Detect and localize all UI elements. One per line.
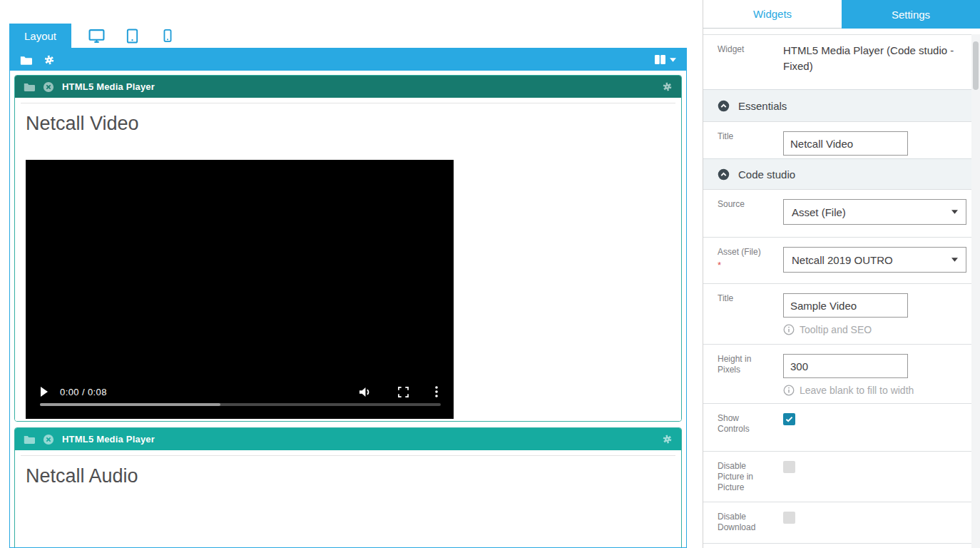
check-icon [785,416,793,422]
widget-folder-button[interactable] [24,435,35,444]
field-label: Asset (File) * [718,247,771,283]
field-label: Widget [718,44,771,89]
settings-scrollbar[interactable] [971,34,980,548]
settings-panel: Widgets Settings Widget HTML5 Media Play… [703,0,980,548]
tab-settings[interactable]: Settings [842,0,980,29]
section-title: Code studio [738,168,795,181]
source-select[interactable]: Asset (File) [783,199,966,225]
field-label: Height in Pixels [718,354,771,403]
more-vertical-icon [435,386,438,397]
widget-remove-button[interactable] [43,434,54,445]
video-controls: 0:00 / 0:08 [40,384,438,400]
caret-down-icon [951,258,958,262]
widget-settings-button[interactable] [662,81,673,92]
widget-body: Netcall Audio [15,455,681,548]
desktop-preview-button[interactable] [78,24,114,48]
selected-value: Netcall 2019 OUTRO [792,254,893,266]
play-button[interactable] [40,387,49,397]
gear-icon [662,81,673,92]
phone-icon [160,29,175,43]
folder-icon [24,435,35,444]
widget-remove-button[interactable] [43,81,54,93]
scrollbar-thumb[interactable] [973,41,979,90]
volume-button[interactable] [358,386,372,398]
info-icon [783,385,795,396]
required-asterisk: * [718,260,771,270]
gear-icon [44,54,55,66]
video-player[interactable]: 0:00 / 0:08 [26,160,454,419]
divider [21,103,675,103]
field-label: Show Controls [718,413,771,451]
section-essentials[interactable]: Essentials [703,89,980,121]
section-folder-button[interactable] [20,55,32,65]
field-label: Title [718,293,771,344]
seo-title-input[interactable] [783,293,908,318]
widget-settings-button[interactable] [662,434,673,445]
tab-layout[interactable]: Layout [9,24,71,48]
widget-panel-video: HTML5 Media Player Netcall Video 0:00 / … [14,75,682,422]
widget-body: Netcall Video 0:00 / 0:08 [15,103,681,422]
video-time: 0:00 / 0:08 [60,387,107,397]
height-row: Height in Pixels Leave blank to fill to … [703,344,980,403]
section-code-studio[interactable]: Code studio [703,158,980,189]
field-hint: Tooltip and SEO [783,324,908,335]
field-label: Source [718,199,771,237]
widget-header-title: HTML5 Media Player [62,434,155,445]
selected-value: Asset (File) [792,206,846,218]
tablet-preview-button[interactable] [114,24,150,48]
disable-download-checkbox[interactable] [783,512,795,524]
section-title: Essentials [738,100,787,112]
field-label: Disable Picture in Picture [718,461,771,502]
fullscreen-button[interactable] [398,387,409,397]
widget-header-title: HTML5 Media Player [62,81,155,92]
caret-down-icon [670,58,676,62]
widget-type-row: Widget HTML5 Media Player (Code studio -… [703,34,980,89]
collapse-chevron-icon [718,168,730,181]
gear-icon [662,434,673,445]
source-row: Source Asset (File) [703,189,980,237]
section-toolbar [10,49,686,71]
widget-header: HTML5 Media Player [15,76,681,98]
desktop-icon [88,29,105,44]
field-hint: Leave blank to fill to width [783,385,914,396]
columns-layout-icon [654,54,666,65]
settings-tabs: Widgets Settings [703,0,980,29]
divider [21,455,675,456]
info-icon [783,324,795,335]
show-controls-row: Show Controls [703,403,980,451]
layout-canvas: HTML5 Media Player Netcall Video 0:00 / … [9,48,687,548]
disable-download-row: Disable Download [703,502,980,544]
disable-pip-checkbox[interactable] [783,461,795,473]
widget-header: HTML5 Media Player [15,428,681,450]
disable-pip-row: Disable Picture in Picture [703,451,980,502]
field-label: Disable Download [718,512,771,543]
video-controls-right [358,386,438,398]
tablet-icon [125,29,140,44]
video-progress-bar[interactable] [40,403,441,406]
phone-preview-button[interactable] [150,24,185,48]
widget-type-value: HTML5 Media Player (Code studio - Fixed) [783,43,963,89]
asset-select[interactable]: Netcall 2019 OUTRO [783,247,966,273]
close-circle-icon [43,81,54,93]
video-buffered-bar [40,403,220,406]
title-input[interactable] [783,131,908,156]
close-circle-icon [43,434,54,445]
widget-folder-button[interactable] [24,82,35,91]
show-controls-checkbox[interactable] [783,413,795,425]
more-options-button[interactable] [435,386,438,397]
column-layout-dropdown[interactable] [654,54,676,65]
collapse-chevron-icon [718,100,730,112]
volume-icon [358,386,372,398]
folder-icon [24,82,35,91]
caret-down-icon [951,210,958,214]
tab-widgets[interactable]: Widgets [703,0,842,29]
asset-row: Asset (File) * Netcall 2019 OUTRO [703,237,980,283]
field-label: Title [718,131,771,158]
play-icon [40,387,49,397]
section-settings-button[interactable] [44,54,55,66]
media-title: Netcall Audio [26,465,681,487]
widget-panel-audio: HTML5 Media Player Netcall Audio [14,427,682,548]
settings-form: Widget HTML5 Media Player (Code studio -… [703,34,980,544]
title-row: Title [703,121,980,158]
height-input[interactable] [783,354,908,378]
